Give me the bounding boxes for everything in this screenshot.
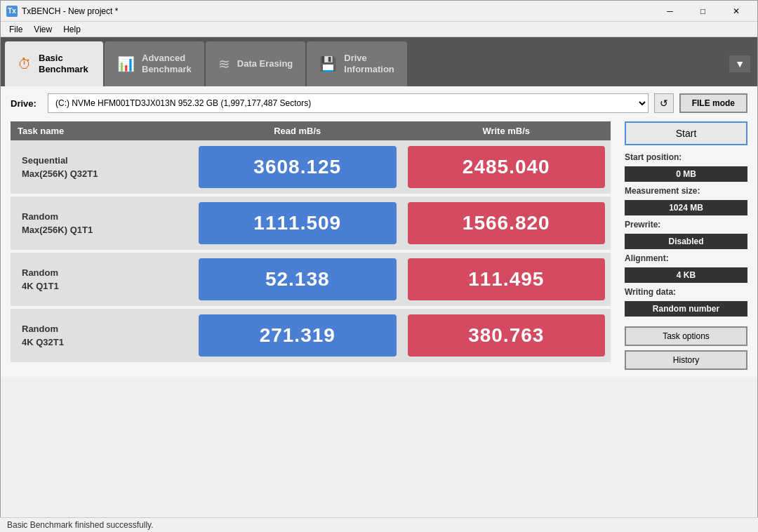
task-name-2: Random4K Q1T1 [22, 267, 59, 291]
read-value-2: 52.138 [199, 258, 397, 300]
write-value-2: 111.495 [408, 258, 606, 300]
task-name-cell-0: SequentialMax(256K) Q32T1 [11, 140, 193, 195]
start-position-label: Start position: [625, 152, 747, 162]
read-cell-2: 52.138 [193, 251, 402, 307]
table-row: Random4K Q32T1 271.319 380.763 [11, 307, 611, 364]
tab-bar: ⏱ BasicBenchmark 📊 AdvancedBenchmark ≋ D… [1, 37, 757, 86]
tab-advanced-label: AdvancedBenchmark [142, 53, 192, 74]
file-mode-button[interactable]: FILE mode [679, 93, 747, 113]
drive-refresh-button[interactable]: ↺ [654, 93, 674, 113]
write-cell-0: 2485.040 [402, 140, 611, 195]
menu-bar: File View Help [1, 22, 757, 37]
minimize-button[interactable]: ─ [654, 1, 686, 22]
task-name-cell-2: Random4K Q1T1 [11, 251, 193, 307]
window-title: TxBENCH - New project * [22, 6, 654, 16]
read-value-0: 3608.125 [199, 146, 397, 188]
task-name-0: SequentialMax(256K) Q32T1 [22, 155, 98, 179]
status-text: Basic Benchmark finished successfully. [7, 520, 154, 530]
title-bar: Tx TxBENCH - New project * ─ □ ✕ [1, 1, 757, 22]
tab-basic-label: BasicBenchmark [39, 53, 88, 74]
benchmark-table-panel: Task name Read mB/s Write mB/s Sequentia… [11, 121, 616, 370]
history-button[interactable]: History [625, 350, 747, 370]
task-name-1: RandomMax(256K) Q1T1 [22, 211, 93, 235]
menu-view[interactable]: View [28, 23, 58, 36]
bar-chart-icon: 📊 [117, 55, 135, 72]
write-cell-3: 380.763 [402, 307, 611, 364]
table-row: RandomMax(256K) Q1T1 1111.509 1566.820 [11, 195, 611, 251]
start-button[interactable]: Start [625, 121, 747, 145]
menu-file[interactable]: File [4, 23, 28, 36]
alignment-label: Alignment: [625, 253, 747, 263]
write-cell-2: 111.495 [402, 251, 611, 307]
app-icon: Tx [6, 6, 18, 17]
task-name-3: Random4K Q32T1 [22, 324, 64, 347]
tab-drive-label: DriveInformation [344, 53, 394, 74]
alignment-value: 4 KB [625, 267, 747, 283]
menu-help[interactable]: Help [58, 23, 86, 36]
window-controls: ─ □ ✕ [654, 1, 752, 22]
table-row: SequentialMax(256K) Q32T1 3608.125 2485.… [11, 140, 611, 195]
write-cell-1: 1566.820 [402, 195, 611, 251]
tab-drive-information[interactable]: 💾 DriveInformation [307, 41, 407, 86]
prewrite-label: Prewrite: [625, 220, 747, 230]
table-row: Random4K Q1T1 52.138 111.495 [11, 251, 611, 307]
col-header-task: Task name [11, 121, 193, 140]
status-bar: Basic Benchmark finished successfully. [0, 517, 758, 532]
write-value-0: 2485.040 [408, 146, 606, 188]
task-options-button[interactable]: Task options [625, 326, 747, 346]
drive-icon: 💾 [319, 55, 337, 72]
drive-row: Drive: (C:) NVMe HFM001TD3JX013N 952.32 … [11, 93, 747, 113]
clock-icon: ⏱ [18, 56, 32, 72]
read-value-1: 1111.509 [199, 202, 397, 244]
main-content: Drive: (C:) NVMe HFM001TD3JX013N 952.32 … [1, 86, 757, 377]
prewrite-value: Disabled [625, 234, 747, 249]
measurement-size-label: Measurement size: [625, 186, 747, 196]
tab-dropdown-button[interactable]: ▼ [729, 55, 750, 72]
maximize-button[interactable]: □ [687, 1, 719, 22]
right-panel: Start Start position: 0 MB Measurement s… [625, 121, 747, 370]
writing-data-label: Writing data: [625, 287, 747, 297]
read-cell-0: 3608.125 [193, 140, 402, 195]
read-cell-1: 1111.509 [193, 195, 402, 251]
col-header-read: Read mB/s [193, 121, 402, 140]
drive-label: Drive: [11, 98, 42, 109]
close-button[interactable]: ✕ [720, 1, 752, 22]
write-value-3: 380.763 [408, 314, 606, 357]
col-header-write: Write mB/s [402, 121, 611, 140]
write-value-1: 1566.820 [408, 202, 606, 244]
task-name-cell-3: Random4K Q32T1 [11, 307, 193, 364]
benchmark-table: Task name Read mB/s Write mB/s Sequentia… [11, 121, 611, 365]
drive-select[interactable]: (C:) NVMe HFM001TD3JX013N 952.32 GB (1,9… [48, 93, 649, 113]
tab-basic-benchmark[interactable]: ⏱ BasicBenchmark [5, 41, 103, 86]
erase-icon: ≋ [218, 55, 230, 72]
tab-erasing-label: Data Erasing [237, 58, 293, 69]
measurement-size-value: 1024 MB [625, 200, 747, 215]
writing-data-value: Random number [625, 301, 747, 317]
tab-advanced-benchmark[interactable]: 📊 AdvancedBenchmark [105, 41, 204, 86]
start-position-value: 0 MB [625, 166, 747, 182]
task-name-cell-1: RandomMax(256K) Q1T1 [11, 195, 193, 251]
table-header-row: Task name Read mB/s Write mB/s [11, 121, 611, 140]
content-wrapper: Task name Read mB/s Write mB/s Sequentia… [11, 121, 747, 370]
tab-data-erasing[interactable]: ≋ Data Erasing [206, 41, 305, 86]
read-cell-3: 271.319 [193, 307, 402, 364]
read-value-3: 271.319 [199, 314, 397, 357]
